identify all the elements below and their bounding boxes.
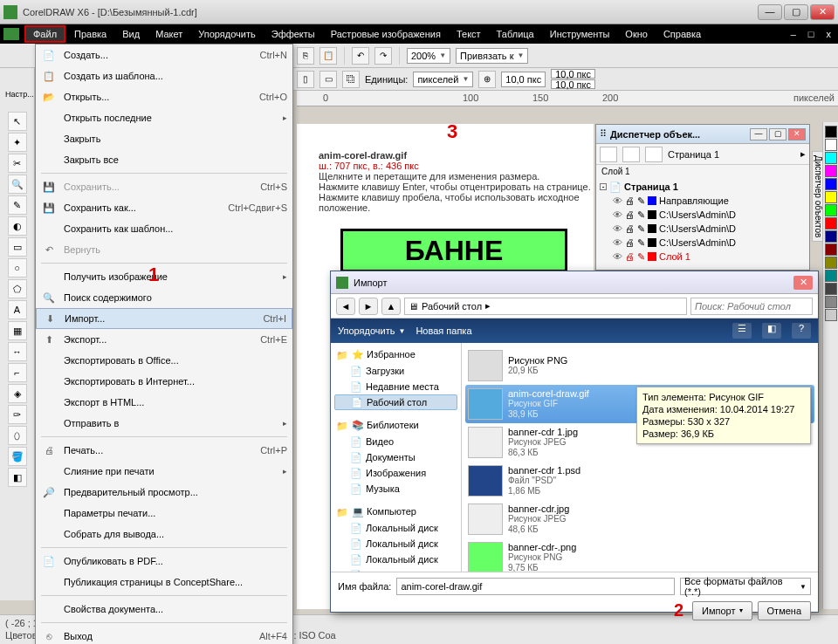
layer-opts2-icon[interactable] (622, 147, 640, 162)
file-menu-item[interactable]: Собрать для вывода... (36, 524, 292, 545)
layer-opts3-icon[interactable] (645, 147, 663, 162)
color-swatch[interactable] (825, 126, 837, 138)
color-swatch[interactable] (825, 204, 837, 216)
nav-item[interactable]: 📄Музыка (334, 481, 457, 497)
minimize-button[interactable]: — (758, 4, 782, 20)
file-menu-item[interactable]: 🔎Предварительный просмотр... (36, 482, 292, 503)
file-menu-item[interactable]: 📋Создать из шаблона... (36, 65, 292, 86)
effects-tool-icon[interactable]: ◈ (8, 384, 27, 403)
nav-group[interactable]: 📁⭐ Избранное (334, 346, 457, 363)
file-menu-item[interactable]: Закрыть все (36, 149, 292, 170)
text-tool-icon[interactable]: A (8, 300, 27, 319)
menu-table[interactable]: Таблица (490, 27, 541, 41)
nav-group[interactable]: 📁💻 Компьютер (334, 504, 457, 520)
layer-row[interactable]: 👁🖨✎ Слой 1 (600, 250, 806, 264)
close-button[interactable]: ✕ (810, 4, 835, 20)
color-swatch[interactable] (825, 296, 837, 308)
paste-icon[interactable]: 📋 (319, 47, 337, 65)
color-swatch[interactable] (825, 309, 837, 321)
color-swatch[interactable] (825, 257, 837, 269)
help-button[interactable]: ? (792, 323, 811, 339)
eyedropper-tool-icon[interactable]: ✑ (8, 405, 27, 424)
dimension-tool-icon[interactable]: ↔ (8, 342, 27, 361)
dup-y-input[interactable]: 10,0 пкс (551, 79, 595, 89)
new-folder-button[interactable]: Новая папка (416, 325, 471, 336)
maximize-button[interactable]: ▢ (784, 4, 808, 20)
filename-input[interactable] (396, 578, 675, 595)
menu-view[interactable]: Вид (115, 27, 147, 41)
nav-item[interactable]: 📄Документы (334, 449, 457, 465)
portrait-icon[interactable]: ▯ (297, 71, 314, 88)
nav-item[interactable]: 📄Видео (334, 434, 457, 449)
cancel-button[interactable]: Отмена (758, 601, 811, 620)
nav-item[interactable]: 📄Изображения (334, 465, 457, 481)
menu-effects[interactable]: Эффекты (264, 27, 322, 41)
layer-opts-icon[interactable] (600, 147, 617, 162)
doc-close[interactable]: x (823, 29, 835, 39)
file-menu-item[interactable]: Экспортировать в Интернет... (36, 371, 292, 392)
crop-tool-icon[interactable]: ✂ (8, 154, 27, 173)
nav-back-button[interactable]: ◄ (336, 298, 355, 315)
settings-button[interactable]: Настр... (5, 90, 33, 99)
import-button[interactable]: Импорт▾ (692, 601, 752, 620)
menu-help[interactable]: Справка (656, 27, 708, 41)
doc-restore[interactable]: □ (805, 29, 818, 39)
file-item[interactable]: banner-cdr 1.psdФайл "PSD"1,86 МБ (465, 462, 814, 500)
color-swatch[interactable] (825, 217, 837, 230)
file-menu-item[interactable]: Свойства документа... (36, 599, 292, 620)
file-menu-item[interactable]: 🔍Поиск содержимого (36, 287, 292, 308)
file-menu-item[interactable]: Экспортировать в Office... (36, 350, 292, 371)
units-combo[interactable]: пикселей▼ (413, 72, 473, 87)
undo-icon[interactable]: ↶ (352, 47, 369, 65)
color-swatch[interactable] (825, 243, 837, 256)
file-item[interactable]: banner-cdr.jpgРисунок JPEG48,6 КБ (465, 500, 814, 538)
dup-x-input[interactable]: 10,0 пкс (551, 69, 595, 79)
preview-pane-button[interactable]: ◧ (762, 323, 781, 339)
file-item[interactable]: Рисунок PNG20,9 КБ (465, 346, 814, 385)
menu-layout[interactable]: Макет (148, 27, 189, 41)
outline-tool-icon[interactable]: ⬯ (8, 426, 27, 445)
layer-row[interactable]: 👁🖨✎ Направляющие (600, 194, 806, 208)
file-item[interactable]: banner-cdr-.pngРисунок PNG9,75 КБ (465, 538, 814, 572)
nav-item[interactable]: 📄Локальный диск (334, 536, 457, 552)
menu-file[interactable]: Файл (24, 25, 65, 43)
redo-icon[interactable]: ↷ (374, 47, 392, 65)
file-menu-item[interactable]: ⬆Экспорт...Ctrl+E (36, 329, 292, 350)
file-menu-item[interactable]: Получить изображение▸ (36, 266, 292, 287)
menu-tools[interactable]: Инструменты (543, 27, 617, 41)
nav-item[interactable]: 📄Локальный диск (334, 552, 457, 567)
landscape-icon[interactable]: ▭ (319, 71, 337, 88)
color-swatch[interactable] (825, 191, 837, 203)
file-filter-combo[interactable]: Все форматы файлов (*.*)▼ (680, 578, 811, 595)
search-input[interactable] (690, 298, 813, 315)
ellipse-tool-icon[interactable]: ○ (8, 258, 27, 277)
nav-item[interactable]: 📄Рабочий стол (334, 394, 457, 410)
nav-item[interactable]: 📄Недавние места (334, 379, 457, 394)
nav-item[interactable]: 📄Локальный диск (334, 520, 457, 536)
import-close-button[interactable]: ✕ (793, 276, 813, 290)
docker-max[interactable]: ▢ (769, 128, 786, 140)
color-swatch[interactable] (825, 270, 837, 282)
file-menu-item[interactable]: Параметры печати... (36, 503, 292, 524)
layer-row[interactable]: 👁🖨✎ C:\Users\Admin\D (600, 236, 806, 250)
banner-object[interactable]: БАННЕ (340, 229, 567, 272)
pages-icon[interactable]: ⿻ (342, 71, 360, 88)
file-menu-item[interactable]: 💾Сохранить как...Ctrl+Сдвиг+S (36, 197, 292, 218)
smart-fill-icon[interactable]: ◐ (8, 216, 27, 236)
pick-tool-icon[interactable]: ↖ (8, 112, 27, 131)
zoom-tool-icon[interactable]: 🔍 (8, 175, 27, 194)
menu-edit[interactable]: Правка (67, 27, 113, 41)
file-menu-item[interactable]: Открыть последние▸ (36, 107, 292, 128)
nav-group[interactable]: 📁📚 Библиотеки (334, 417, 457, 434)
menu-bitmaps[interactable]: Растровые изображения (324, 27, 448, 41)
rectangle-tool-icon[interactable]: ▭ (8, 237, 27, 257)
nudge-input[interactable]: 10,0 пкс (501, 72, 546, 87)
docker-min[interactable]: — (750, 128, 767, 140)
color-swatch[interactable] (825, 139, 837, 151)
nav-up-button[interactable]: ▲ (381, 298, 401, 315)
copy-icon[interactable]: ⎘ (297, 47, 314, 65)
view-mode-button[interactable]: ☰ (732, 323, 752, 339)
layer-row[interactable]: 👁🖨✎ C:\Users\Admin\D (600, 222, 806, 236)
docker-close[interactable]: ✕ (788, 128, 806, 140)
nav-item[interactable]: 📄Дисковод BD-RO (334, 567, 457, 572)
